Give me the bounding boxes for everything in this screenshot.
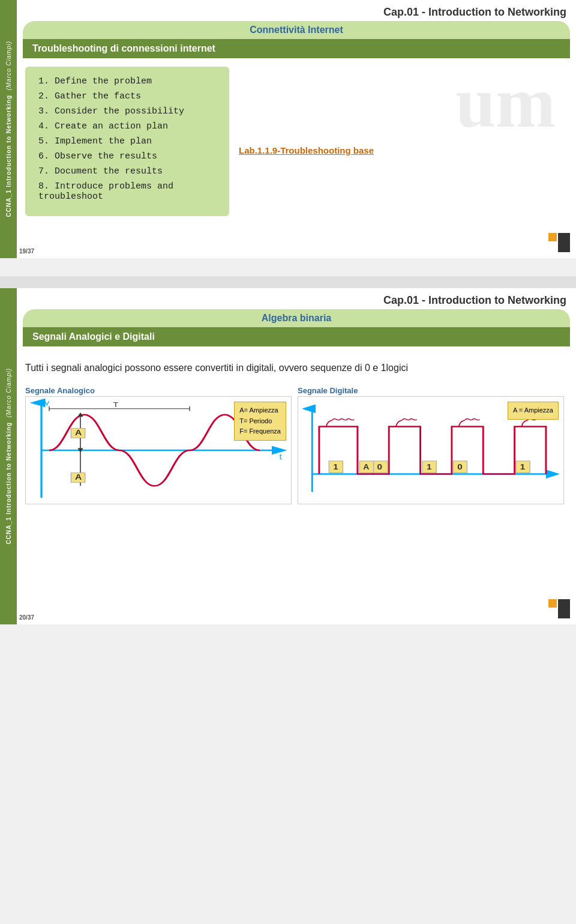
page-num-2: 20/37: [19, 614, 34, 621]
slide2-header: Cap.01 - Introduction to Networking: [17, 288, 576, 309]
digital-area: 1 A 0 1 0: [298, 396, 564, 504]
slide-1: CCNA_1 Introduction to Networking (Marco…: [0, 0, 576, 258]
svg-text:A: A: [75, 429, 82, 437]
digital-signal-container: Segnale Digitale: [298, 386, 564, 504]
slide1-content: Cap.01 - Introduction to Networking Conn…: [17, 0, 576, 216]
logo-right-2: [558, 599, 570, 618]
logo-top-1: [548, 233, 557, 241]
slide2-body: Tutti i segnali analogici possono essere…: [17, 355, 576, 510]
digital-info-box: A = Ampiezza: [508, 402, 559, 420]
list-item-6: Observe the results: [38, 151, 216, 162]
sidebar-1: CCNA_1 Introduction to Networking (Marco…: [0, 0, 17, 258]
signals-row: Segnale Analogico: [25, 386, 564, 504]
svg-text:t: t: [280, 453, 283, 461]
page-num-1: 19/37: [19, 248, 34, 255]
slide1-right: um Lab.1.1.9-Troubleshooting base: [239, 67, 568, 216]
slide2-topic: Segnali Analogici e Digitali: [23, 327, 570, 346]
lab-link[interactable]: Lab.1.1.9-Troubleshooting base: [239, 145, 374, 156]
logo-1: [548, 233, 570, 252]
list-item-5: Implement the plan: [38, 136, 216, 146]
watermark: um: [455, 67, 556, 139]
analog-freq: F= Frequenza: [239, 426, 281, 437]
slide1-body: Define the problem Gather the facts Cons…: [25, 67, 568, 216]
svg-text:1: 1: [427, 462, 432, 471]
list-item-4: Create an action plan: [38, 121, 216, 131]
slide-2: CCNA_1 Introduction to Networking (Marco…: [0, 288, 576, 624]
troubleshoot-list-box: Define the problem Gather the facts Cons…: [25, 67, 229, 216]
logo-right-1: [558, 233, 570, 252]
digital-amplitude: A = Ampiezza: [513, 405, 553, 416]
list-item-3: Consider the possibility: [38, 106, 216, 116]
list-item-7: Document the results: [38, 166, 216, 177]
svg-text:A: A: [363, 463, 369, 471]
analog-area: t v: [25, 396, 292, 504]
troubleshoot-list: Define the problem Gather the facts Cons…: [38, 76, 216, 202]
list-item-2: Gather the facts: [38, 91, 216, 101]
slide2-paragraph: Tutti i segnali analogici possono essere…: [25, 361, 564, 375]
sidebar-1-text: CCNA_1 Introduction to Networking: [5, 95, 12, 217]
slide2-subtitle: Algebra binaria: [23, 309, 570, 327]
logo-top-2: [548, 599, 557, 608]
slide1-header: Cap.01 - Introduction to Networking: [17, 0, 576, 21]
analog-signal-container: Segnale Analogico: [25, 386, 292, 504]
svg-text:A: A: [75, 473, 82, 482]
svg-text:0: 0: [457, 462, 463, 471]
slide2-content: Cap.01 - Introduction to Networking Alge…: [17, 288, 576, 510]
digital-label: Segnale Digitale: [298, 386, 564, 395]
svg-text:0: 0: [377, 462, 382, 471]
logo-2: [548, 599, 570, 618]
sidebar-2: CCNA_1 Introduction to Networking (Marco…: [0, 288, 17, 624]
slide1-subtitle: Connettività Internet: [23, 21, 570, 39]
svg-text:T: T: [113, 401, 119, 408]
sidebar-2-text: CCNA_1 Introduction to Networking: [5, 422, 12, 545]
sidebar-1-author: (Marco Ciampi): [5, 41, 12, 90]
analog-label: Segnale Analogico: [25, 386, 292, 395]
sidebar-2-author: (Marco Ciampi): [5, 368, 12, 417]
analog-amplitude: A= Ampiezza: [239, 405, 281, 416]
slide-gap: [0, 276, 576, 288]
analog-info-box: A= Ampiezza T= Periodo F= Frequenza: [234, 402, 286, 441]
svg-text:v: v: [44, 399, 49, 407]
list-item-8: Introduce problems and troubleshoot: [38, 181, 216, 202]
svg-text:1: 1: [333, 462, 338, 471]
list-item-1: Define the problem: [38, 76, 216, 86]
slide1-topic: Troubleshooting di connessioni internet: [23, 39, 570, 58]
analog-period: T= Periodo: [239, 416, 281, 427]
svg-text:1: 1: [520, 462, 526, 471]
